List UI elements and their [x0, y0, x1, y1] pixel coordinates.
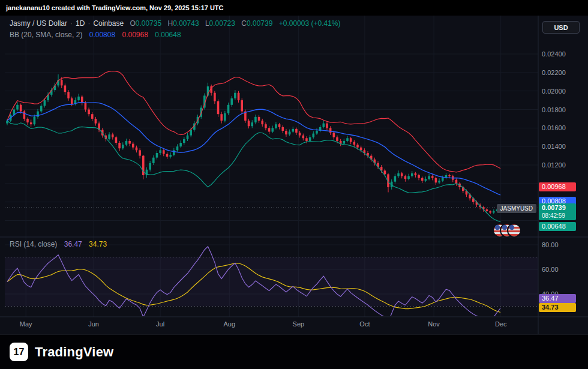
flag-coin [508, 224, 521, 237]
chart-region: Jasmy / US Dollar·1D·Coinbase O0.00735 H… [0, 16, 588, 334]
rsi-tag-value: 36.47 [539, 294, 576, 303]
time-axis-label: May [17, 320, 35, 328]
chart-canvas[interactable] [0, 16, 588, 334]
close-value: 0.00739 [247, 19, 272, 28]
high-value: 0.00743 [173, 19, 199, 28]
open-label: O [130, 19, 135, 28]
price-axis-label: 0.02000 [542, 87, 566, 95]
price-axis-label: 0.01200 [542, 161, 566, 169]
separator-dot: · [88, 19, 90, 28]
symbol-tag: JASMYUSD [497, 204, 536, 213]
time-axis-label: Nov [425, 320, 443, 328]
time-axis-label: Oct [356, 320, 374, 328]
last-price-value: 0.00739 [542, 204, 573, 212]
attribution-text: janekananu10 created with TradingView.co… [6, 4, 224, 11]
time-axis-label: Sep [289, 320, 307, 328]
bb-label: BB (20, SMA, close, 2) [10, 31, 82, 39]
open-value: 0.00735 [136, 19, 161, 28]
exchange-label[interactable]: Coinbase [93, 19, 124, 28]
rsi-axis-label: 60.00 [542, 265, 559, 274]
rsi-legend[interactable]: RSI (14, close) 36.47 34.73 [10, 240, 107, 248]
tradingview-logo-text: TradingView [35, 344, 113, 360]
low-value: 0.00723 [209, 19, 235, 28]
rsi-band-fill [5, 257, 538, 307]
time-axis-label: Jul [151, 320, 169, 328]
bb-upper-value: 0.00968 [122, 31, 148, 39]
price-axis-label: 0.01600 [542, 124, 566, 132]
tradingview-logo-icon: 17 [10, 343, 28, 361]
high-label: H [168, 19, 173, 28]
price-axis-label: 0.02200 [542, 68, 566, 77]
close-label: C [241, 19, 247, 28]
separator-dot: · [70, 19, 73, 28]
bar-countdown: 08:42:59 [542, 212, 573, 220]
price-axis-label: 0.01400 [542, 142, 566, 151]
bb-lower-line [7, 121, 500, 222]
symbol-legend: Jasmy / US Dollar·1D·Coinbase O0.00735 H… [10, 19, 340, 28]
rsi-axis-label: 80.00 [542, 241, 559, 249]
currency-toggle-button[interactable]: USD [542, 21, 580, 34]
low-label: L [205, 19, 209, 28]
attribution-bar: janekananu10 created with TradingView.co… [0, 0, 588, 16]
price-axis-label: 0.01800 [542, 106, 566, 114]
time-axis-label: Jun [85, 320, 103, 328]
rsi-value: 36.47 [64, 240, 82, 248]
bb-upper-line [7, 71, 500, 173]
time-axis-label: Aug [220, 320, 238, 328]
bb-basis-line [7, 103, 500, 196]
footer-bar: 17 TradingView [0, 334, 588, 369]
time-axis-label: Dec [492, 320, 510, 328]
rsi-ma-value: 34.73 [89, 240, 107, 248]
bollinger-legend[interactable]: BB (20, SMA, close, 2) 0.00808 0.00968 0… [10, 31, 181, 39]
symbol-title[interactable]: Jasmy / US Dollar [10, 19, 67, 28]
interval-label[interactable]: 1D [76, 19, 85, 28]
price-tag-last: 0.00739 08:42:59 [539, 203, 576, 220]
rsi-label: RSI (14, close) [10, 240, 57, 248]
change-value: +0.00003 (+0.41%) [279, 19, 341, 28]
rsi-tag-ma: 34.73 [539, 303, 576, 312]
tradingview-chart-screenshot: janekananu10 created with TradingView.co… [0, 0, 588, 369]
price-tag-upper: 0.00968 [539, 182, 576, 191]
price-tag-lower: 0.00648 [539, 222, 576, 231]
bb-basis-value: 0.00808 [89, 31, 115, 39]
bb-lower-value: 0.00648 [155, 31, 181, 39]
price-axis-label: 0.02400 [542, 50, 566, 58]
candles-layer [6, 74, 502, 214]
usd-flags-badge [492, 220, 522, 241]
